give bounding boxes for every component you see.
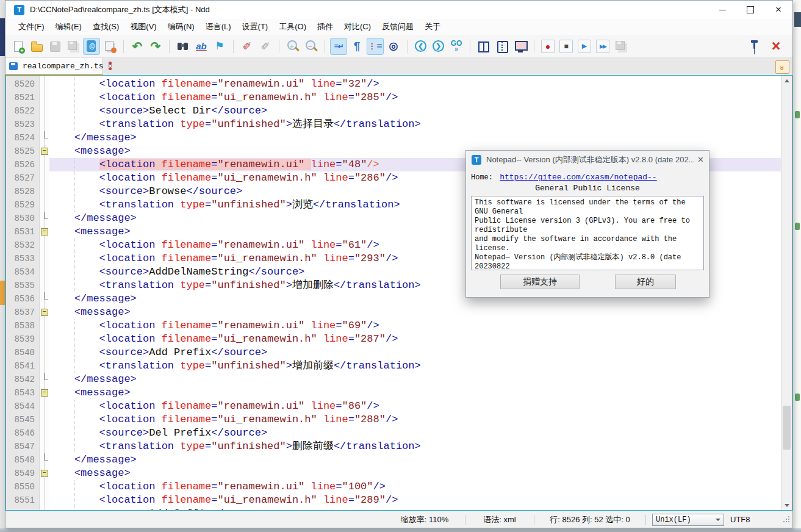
code-line[interactable]: 8537− <message> (6, 306, 781, 319)
code-line[interactable]: 8538 <location filename="renamewin.ui" l… (6, 319, 781, 332)
code-line[interactable]: 8544 <location filename="renamewin.ui" l… (6, 400, 781, 413)
stop-macro-icon[interactable]: ■ (559, 40, 573, 53)
fold-cell[interactable]: − (39, 145, 49, 158)
fold-cell[interactable]: − (39, 386, 49, 400)
tab-realcompare[interactable]: realcompare_zh.ts × (5, 58, 103, 76)
minimize-button[interactable] (708, 1, 736, 19)
menu-item[interactable]: 编码(N) (162, 20, 200, 34)
code-line[interactable]: 8523 <translation type="unfinished">选择目录… (6, 118, 781, 131)
close-file-icon[interactable]: × (768, 38, 784, 54)
close-doc-icon[interactable] (102, 38, 118, 54)
code-text[interactable]: <message> (49, 386, 781, 400)
code-text[interactable]: <translation type="unfinished">删除前缀</tra… (49, 440, 781, 453)
undo-icon[interactable]: ↶ (129, 38, 145, 54)
find-icon[interactable] (175, 38, 191, 54)
code-line[interactable]: 8543− <message> (6, 386, 781, 400)
indent-guide-icon[interactable] (367, 38, 383, 54)
scroll-down-icon[interactable] (781, 500, 792, 510)
code-text[interactable]: <location filename="renamewin.ui" line="… (49, 480, 781, 494)
eol-select[interactable]: Unix(LF) (652, 514, 724, 526)
code-text[interactable]: <source>Add Prefix</source> (49, 346, 781, 359)
redo-icon[interactable]: ↷ (148, 38, 163, 54)
code-text[interactable]: <location filename="ui_renamewin.h" line… (49, 413, 781, 426)
code-line[interactable]: 8539 <location filename="ui_renamewin.h"… (6, 332, 781, 346)
new-file-icon[interactable] (10, 38, 26, 54)
code-line[interactable]: 8522 <source>Select Dir</source> (6, 104, 781, 118)
menu-item[interactable]: 反馈问题 (376, 20, 419, 34)
dialog-close-icon[interactable]: × (698, 154, 703, 165)
code-line[interactable]: 8547 <translation type="unfinished">删除前缀… (6, 440, 781, 453)
menu-item[interactable]: 视图(V) (124, 20, 162, 34)
menu-item[interactable]: 对比(C) (339, 20, 376, 34)
code-text[interactable]: </message> (49, 131, 781, 145)
text-mode-icon[interactable] (84, 38, 99, 54)
clear-mark-icon[interactable]: ✐ (257, 38, 273, 54)
code-text[interactable]: <location filename="ui_renamewin.h" line… (49, 494, 781, 507)
screenshot-icon[interactable] (512, 38, 528, 54)
code-line[interactable]: 8546 <source>Del Prefix</source> (6, 426, 781, 440)
code-text[interactable]: </message> (49, 373, 781, 386)
replace-icon[interactable]: ab (193, 38, 209, 54)
save-icon[interactable] (47, 38, 63, 54)
record-macro-icon[interactable]: ● (541, 40, 555, 53)
replay-macro-icon[interactable]: ▶▶ (596, 40, 609, 53)
nav-back-icon[interactable]: ❮ (415, 40, 426, 52)
word-wrap-icon[interactable]: ≡↵ (331, 38, 347, 54)
menu-item[interactable]: 查找(S) (87, 20, 124, 34)
menu-item[interactable]: 工具(O) (273, 20, 312, 34)
menu-item[interactable]: 设置(T) (237, 20, 274, 34)
code-line[interactable]: 8550 <location filename="renamewin.ui" l… (6, 480, 781, 494)
scrollbar-thumb[interactable] (783, 406, 791, 450)
close-button[interactable]: × (764, 1, 792, 19)
open-file-icon[interactable] (29, 38, 45, 54)
code-line[interactable]: 8540 <source>Add Prefix</source> (6, 346, 781, 359)
code-line[interactable]: 8542 </message> (6, 373, 781, 386)
code-line[interactable]: 8548 </message> (6, 453, 781, 467)
code-line[interactable]: 8541 <translation type="unfinished">增加前缀… (6, 359, 781, 373)
bookmark-icon[interactable]: ⚑ (212, 38, 228, 54)
save-all-icon[interactable] (65, 38, 81, 54)
code-text[interactable]: </message> (49, 453, 781, 467)
zoom-in-icon[interactable]: + (285, 38, 301, 54)
zoom-out-icon[interactable]: − (303, 38, 319, 54)
code-text[interactable]: <location filename="ui_renamewin.h" line… (49, 91, 781, 104)
menu-item[interactable]: 语言(L) (200, 20, 237, 34)
code-text[interactable]: <translation type="unfinished">增加前缀</tra… (49, 359, 781, 373)
menu-item[interactable]: 插件 (312, 20, 339, 34)
maximize-button[interactable] (736, 1, 764, 19)
pin-icon[interactable] (746, 38, 762, 54)
vertical-scrollbar[interactable] (781, 76, 792, 510)
code-line[interactable]: 8520 <location filename="renamewin.ui" l… (6, 77, 781, 91)
save-macro-icon[interactable] (613, 38, 629, 54)
code-line[interactable]: 8549− <message> (6, 467, 781, 480)
code-line[interactable]: 8524 </message> (6, 131, 781, 145)
code-text[interactable]: <source>Del Prefix</source> (49, 426, 781, 440)
code-text[interactable]: <source>Select Dir</source> (49, 104, 781, 118)
resize-grip[interactable] (783, 516, 791, 524)
code-text[interactable]: <location filename="ui_renamewin.h" line… (49, 332, 781, 346)
code-line[interactable]: 8545 <location filename="ui_renamewin.h"… (6, 413, 781, 426)
code-line[interactable]: 8521 <location filename="ui_renamewin.h"… (6, 91, 781, 104)
code-text[interactable]: <location filename="renamewin.ui" line="… (49, 319, 781, 332)
code-line[interactable]: 8551 <location filename="ui_renamewin.h"… (6, 494, 781, 507)
scroll-up-icon[interactable] (781, 76, 792, 85)
code-text[interactable]: <message> (49, 306, 781, 319)
fold-cell[interactable]: − (39, 306, 49, 319)
compare-view-icon[interactable] (494, 38, 510, 54)
play-macro-icon[interactable]: ▶ (578, 40, 591, 53)
goto-line-icon[interactable]: GO (448, 38, 464, 54)
fold-cell[interactable]: − (39, 467, 49, 480)
compare-files-icon[interactable] (476, 38, 492, 54)
menu-item[interactable]: 编辑(E) (50, 20, 87, 34)
tab-list-icon[interactable]: » (775, 60, 789, 74)
home-link[interactable]: https://gitee.com/cxasm/notepad-- (500, 173, 656, 182)
code-text[interactable]: <location filename="renamewin.ui" line="… (49, 77, 781, 91)
locate-icon[interactable]: ◎ (386, 38, 401, 54)
code-text[interactable]: <translation type="unfinished">选择目录</tra… (49, 118, 781, 131)
menu-item[interactable]: 关于 (419, 20, 446, 34)
tab-close-icon[interactable]: × (109, 62, 112, 70)
show-symbol-icon[interactable]: ¶ (349, 38, 365, 54)
menu-item[interactable]: 文件(F) (13, 20, 50, 34)
mark-color-icon[interactable]: ✐ (239, 38, 255, 54)
code-text[interactable]: <location filename="renamewin.ui" line="… (49, 400, 781, 413)
